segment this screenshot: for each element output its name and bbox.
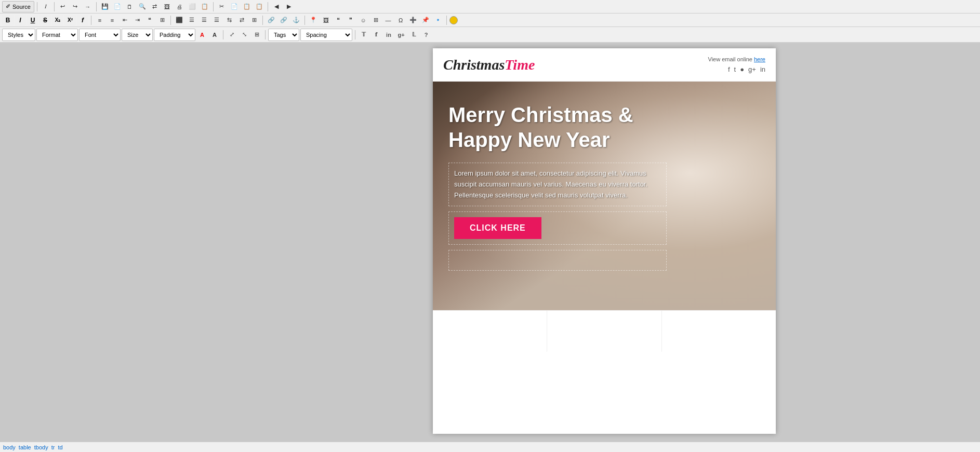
align-justify-btn[interactable]: ☰ — [211, 15, 222, 26]
forward-btn[interactable]: → — [82, 1, 94, 12]
superscript-btn[interactable]: X² — [64, 15, 76, 26]
link-btn[interactable]: 🔗 — [266, 15, 277, 26]
undo-btn[interactable]: ↩ — [57, 1, 69, 12]
expand-btn[interactable]: ⤢ — [226, 29, 237, 41]
prev-btn[interactable]: ◀ — [271, 1, 282, 12]
img-btn[interactable]: 🖼 — [162, 1, 173, 12]
find-btn[interactable]: 🔍 — [137, 1, 148, 12]
redo-btn[interactable]: ↪ — [70, 1, 81, 12]
next-btn[interactable]: ▶ — [283, 1, 295, 12]
map-btn[interactable]: 📍 — [308, 15, 319, 26]
spacing-dropdown[interactable]: Spacing — [300, 29, 352, 41]
help-icon[interactable]: ? — [420, 29, 432, 41]
underline-btn[interactable]: U — [27, 15, 38, 26]
save-btn[interactable]: 💾 — [99, 1, 111, 12]
italic-mode-btn[interactable]: 𝐼 — [40, 1, 51, 12]
launchpad-icon[interactable]: 𝕃 — [408, 29, 419, 41]
logo-christmas: Christmas — [443, 57, 505, 73]
blockquote-btn[interactable]: ❝ — [144, 15, 155, 26]
social-fb[interactable]: f — [728, 65, 730, 73]
social-gp[interactable]: g+ — [748, 65, 756, 73]
italic-btn[interactable]: I — [15, 15, 26, 26]
padding-dropdown[interactable]: Padding — [154, 29, 195, 41]
separator — [170, 16, 171, 25]
hero-spacer-block — [448, 250, 667, 271]
replace-btn[interactable]: ⇄ — [149, 1, 161, 12]
format-dropdown[interactable]: Format — [36, 29, 78, 41]
bottom-cell-1 — [433, 311, 547, 352]
paste-word-btn[interactable]: 📋 — [254, 1, 265, 12]
font-color-btn[interactable]: A — [196, 29, 208, 41]
facebook-icon[interactable]: 𝐟 — [370, 29, 382, 41]
dir-rtl-btn[interactable]: ⇄ — [236, 15, 247, 26]
doc-btn[interactable]: 🗒 — [124, 1, 136, 12]
hrule-btn[interactable]: — — [382, 15, 394, 26]
align-left-btn[interactable]: ⬛ — [174, 15, 185, 26]
anchor-btn[interactable]: ⚓ — [290, 15, 302, 26]
editor-area[interactable]: ChristmasTime View email online here f t… — [229, 43, 980, 439]
twitter-icon[interactable]: 𝕋 — [358, 29, 369, 41]
hero-section[interactable]: Merry Christmas & Happy New Year Lorem i… — [433, 82, 776, 310]
div-btn[interactable]: ⊞ — [156, 15, 168, 26]
hero-title: Merry Christmas & Happy New Year — [448, 102, 667, 152]
align-right-btn[interactable]: ☰ — [198, 15, 210, 26]
copy-btn[interactable]: 📋 — [199, 1, 210, 12]
strikethrough-btn[interactable]: S — [39, 15, 51, 26]
gplus-icon[interactable]: g+ — [395, 29, 407, 41]
separator — [355, 30, 355, 39]
toggle-btn[interactable]: ⬜ — [187, 1, 198, 12]
more-btn[interactable]: 🔹 — [432, 15, 444, 26]
separator — [268, 2, 268, 11]
tags-dropdown[interactable]: Tags — [268, 29, 299, 41]
hero-text-block[interactable]: Lorem ipsum dolor sit amet, consectetur … — [448, 163, 667, 206]
font-dropdown[interactable]: Font — [79, 29, 121, 41]
social-ig[interactable]: ● — [740, 65, 744, 73]
subscript-btn[interactable]: X₂ — [52, 15, 63, 26]
image-btn[interactable]: 🖼 — [320, 15, 332, 26]
template-btn[interactable]: ⊞ — [251, 29, 262, 41]
view-online-link[interactable]: here — [754, 56, 765, 62]
pagebreak-btn[interactable]: ➕ — [407, 15, 419, 26]
linkedin-icon[interactable]: in — [383, 29, 394, 41]
dir-ltr-btn[interactable]: ⇆ — [223, 15, 235, 26]
hero-body-text: Lorem ipsum dolor sit amet, consectetur … — [454, 168, 661, 201]
ol-btn[interactable]: ≡ — [94, 15, 105, 26]
color-picker[interactable] — [449, 16, 458, 24]
emoticon-btn[interactable]: ☺ — [357, 15, 369, 26]
ul-btn[interactable]: ≡ — [107, 15, 118, 26]
paste-text-btn[interactable]: 📋 — [241, 1, 253, 12]
paste-btn[interactable]: 📄 — [229, 1, 240, 12]
table-btn[interactable]: ⊞ — [370, 15, 381, 26]
social-tw[interactable]: t — [734, 65, 736, 73]
print-btn[interactable]: 🖨 — [174, 1, 186, 12]
logo-area: ChristmasTime — [443, 57, 535, 73]
source-button[interactable]: ✐ Source — [2, 1, 34, 12]
show-blocks-btn[interactable]: ⊞ — [248, 15, 260, 26]
indent-dec-btn[interactable]: ⇤ — [119, 15, 130, 26]
indent-inc-btn[interactable]: ⇥ — [131, 15, 143, 26]
cta-button[interactable]: CLICK HERE — [454, 217, 541, 239]
separator — [54, 2, 55, 11]
font-bg-color-btn[interactable]: A — [209, 29, 220, 41]
main-area: ChristmasTime View email online here f t… — [0, 43, 980, 439]
styles-dropdown[interactable]: Styles — [2, 29, 35, 41]
clear-fmt-btn[interactable]: f — [77, 15, 88, 26]
unlink-btn[interactable]: 🔗 — [278, 15, 289, 26]
quote2-btn[interactable]: ❞ — [345, 15, 356, 26]
collapse-btn[interactable]: ⤡ — [239, 29, 250, 41]
email-canvas: ChristmasTime View email online here f t… — [433, 48, 776, 434]
form-btn[interactable]: 📌 — [420, 15, 431, 26]
hero-btn-block[interactable]: CLICK HERE — [448, 211, 667, 245]
cut-btn[interactable]: ✂ — [216, 1, 228, 12]
align-center-btn[interactable]: ☰ — [186, 15, 197, 26]
special-char-btn[interactable]: Ω — [395, 15, 406, 26]
left-panel — [0, 43, 229, 439]
view-online-text: View email online here — [708, 56, 766, 62]
source-icon: ✐ — [6, 3, 10, 10]
bold-btn[interactable]: B — [2, 15, 14, 26]
social-li[interactable]: in — [760, 65, 765, 73]
new-doc-btn[interactable]: 📄 — [112, 1, 123, 12]
separator — [213, 2, 214, 11]
size-dropdown[interactable]: Size — [122, 29, 153, 41]
quote-btn[interactable]: ❝ — [333, 15, 344, 26]
